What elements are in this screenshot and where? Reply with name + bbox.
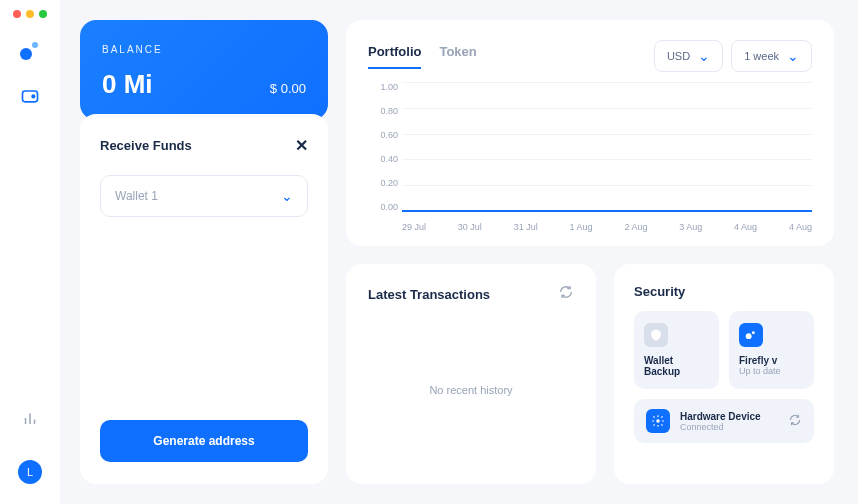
wallet-backup-tile[interactable]: Wallet Backup	[634, 311, 719, 389]
left-column: BALANCE 0 Mi $ 0.00 Receive Funds ✕ Wall…	[80, 20, 328, 484]
shield-icon	[644, 323, 668, 347]
receive-title: Receive Funds	[100, 138, 192, 153]
bottom-row: Latest Transactions No recent history Se…	[346, 264, 834, 484]
chevron-down-icon: ⌄	[281, 188, 293, 204]
svg-point-1	[32, 42, 38, 48]
hardware-label: Hardware Device	[680, 411, 778, 422]
close-icon[interactable]: ✕	[295, 136, 308, 155]
svg-point-7	[746, 333, 752, 339]
receive-funds-card: Receive Funds ✕ Wallet 1 ⌄ Generate addr…	[80, 114, 328, 484]
nav-stats-icon[interactable]	[16, 404, 44, 432]
balance-card: BALANCE 0 Mi $ 0.00	[80, 20, 328, 120]
currency-label: USD	[667, 50, 690, 62]
user-avatar[interactable]: L	[18, 460, 42, 484]
firefly-icon	[739, 323, 763, 347]
transactions-card: Latest Transactions No recent history	[346, 264, 596, 484]
tab-token[interactable]: Token	[439, 44, 476, 69]
generate-address-button[interactable]: Generate address	[100, 420, 308, 462]
security-card: Security Wallet Backup Firefly v	[614, 264, 834, 484]
chart-series-line	[402, 210, 812, 212]
transactions-empty: No recent history	[368, 316, 574, 464]
hardware-device-row[interactable]: Hardware Device Connected	[634, 399, 814, 443]
refresh-icon[interactable]	[558, 284, 574, 304]
portfolio-chart-card: Portfolio Token USD ⌄ 1 week ⌄ 1.00	[346, 20, 834, 246]
version-sub: Up to date	[739, 366, 804, 376]
gear-icon	[646, 409, 670, 433]
chart-tabs: Portfolio Token	[368, 44, 477, 69]
nav-wallet-icon[interactable]	[16, 82, 44, 110]
hardware-sub: Connected	[680, 422, 778, 432]
window-controls	[13, 10, 47, 18]
range-label: 1 week	[744, 50, 779, 62]
svg-point-0	[20, 48, 32, 60]
balance-label: BALANCE	[102, 44, 306, 55]
maximize-window-icon[interactable]	[39, 10, 47, 18]
app-logo-icon	[18, 38, 42, 62]
currency-select[interactable]: USD ⌄	[654, 40, 723, 72]
refresh-icon[interactable]	[788, 413, 802, 430]
version-label: Firefly v	[739, 355, 804, 366]
balance-fiat: $ 0.00	[270, 81, 306, 96]
chart-area: 1.00 0.80 0.60 0.40 0.20 0.00 29 Jul 30 …	[368, 82, 812, 232]
svg-point-3	[32, 95, 35, 98]
tab-portfolio[interactable]: Portfolio	[368, 44, 421, 69]
backup-label: Wallet Backup	[644, 355, 709, 377]
transactions-title: Latest Transactions	[368, 287, 490, 302]
close-window-icon[interactable]	[13, 10, 21, 18]
wallet-selected-label: Wallet 1	[115, 189, 158, 203]
x-axis: 29 Jul 30 Jul 31 Jul 1 Aug 2 Aug 3 Aug 4…	[402, 222, 812, 232]
svg-point-8	[752, 331, 755, 334]
balance-amount: 0 Mi	[102, 69, 153, 100]
sidebar-bottom: L	[16, 404, 44, 484]
chevron-down-icon: ⌄	[698, 48, 710, 64]
minimize-window-icon[interactable]	[26, 10, 34, 18]
firefly-version-tile[interactable]: Firefly v Up to date	[729, 311, 814, 389]
sidebar: L	[0, 0, 60, 504]
chevron-down-icon: ⌄	[787, 48, 799, 64]
wallet-select[interactable]: Wallet 1 ⌄	[100, 175, 308, 217]
security-title: Security	[634, 284, 814, 299]
y-axis: 1.00 0.80 0.60 0.40 0.20 0.00	[368, 82, 398, 212]
svg-point-9	[656, 419, 660, 423]
right-column: Portfolio Token USD ⌄ 1 week ⌄ 1.00	[346, 20, 834, 484]
main-content: BALANCE 0 Mi $ 0.00 Receive Funds ✕ Wall…	[60, 0, 858, 504]
range-select[interactable]: 1 week ⌄	[731, 40, 812, 72]
